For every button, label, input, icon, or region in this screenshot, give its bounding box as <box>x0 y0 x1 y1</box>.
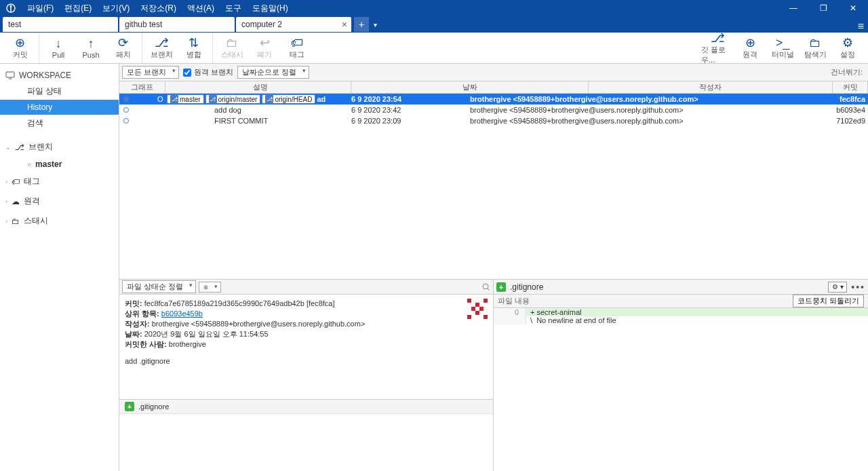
toolbar-패치-button[interactable]: ⟳패치 <box>107 33 142 63</box>
window-minimize-button[interactable]: — <box>778 0 808 16</box>
commit-detail-panel: 파일 상태순 정렬 ≡ 커밋: fec8fca7e6785189a219d365… <box>119 280 494 471</box>
commit-row[interactable]: O⎇master⎇origin/master⎇origin/HEAD ad6 9… <box>119 94 868 105</box>
toolbar-icon: 🗀 <box>226 36 238 50</box>
diff-panel: + .gitignore ⚙ ▾ ••• 파일 내용 코드뭉치 되돌리기 0+ … <box>494 280 868 471</box>
remote-branch-checkbox[interactable]: 원격 브랜치 <box>183 67 233 77</box>
commit-row[interactable]: FIRST COMMIT6 9 2020 23:09brothergive <5… <box>119 115 868 126</box>
repo-tab[interactable]: computer 2× <box>236 17 351 32</box>
toolbar-커밋-button[interactable]: ⊕커밋 <box>4 33 39 63</box>
branch-item[interactable]: master <box>0 157 119 172</box>
skip-label: 건너뛰기: <box>831 67 865 77</box>
revert-hunk-button[interactable]: 코드뭉치 되돌리기 <box>793 295 864 307</box>
toolbar-원격-button[interactable]: ⊕원격 <box>734 33 766 63</box>
tab-overflow-button[interactable]: ▾ <box>369 21 381 29</box>
branch-filter-dropdown[interactable]: 모든 브랜치 <box>122 66 179 79</box>
toolbar-터미널-button[interactable]: >_터미널 <box>766 33 799 63</box>
toolbar-icon: >_ <box>776 36 790 50</box>
toolbar-icon: ↓ <box>56 37 62 51</box>
toolbar-태그-button[interactable]: 🏷태그 <box>281 33 313 63</box>
diff-line: \ No newline at end of file <box>494 316 868 324</box>
monitor-icon <box>5 71 15 79</box>
svg-rect-11 <box>471 307 475 311</box>
menu-item[interactable]: 도움말(H) <box>247 0 294 16</box>
svg-rect-12 <box>479 307 484 311</box>
menu-item[interactable]: 액션(A) <box>182 0 220 16</box>
tab-bar: testgithub testcomputer 2× + ▾ ≡ <box>0 16 868 33</box>
file-sort-dropdown[interactable]: 파일 상태순 정렬 <box>122 280 196 293</box>
menu-item[interactable]: 도구 <box>220 0 247 16</box>
diff-settings-button[interactable]: ⚙ ▾ <box>828 282 847 293</box>
toolbar-깃 플로우...-button[interactable]: ⎇깃 플로우... <box>701 33 734 63</box>
workspace-label: WORKSPACE <box>19 71 71 80</box>
diff-line: 0+ secret-animal <box>494 308 868 316</box>
more-icon[interactable]: ••• <box>851 282 865 293</box>
filter-bar: 모든 브랜치 원격 브랜치 날짜순으로 정렬 건너뛰기: <box>119 64 868 81</box>
graph-node-icon <box>123 96 129 102</box>
sidebar-item-history[interactable]: History <box>0 100 119 115</box>
commit-grid[interactable]: O⎇master⎇origin/master⎇origin/HEAD ad6 9… <box>119 94 868 279</box>
changed-file-row[interactable]: + .gitignore <box>119 400 493 414</box>
menu-item[interactable]: 저장소(R) <box>135 0 182 16</box>
toolbar-pull-button[interactable]: ↓Pull <box>42 33 75 63</box>
repo-tab[interactable]: test <box>3 17 118 32</box>
toolbar-icon: ⊕ <box>745 36 755 50</box>
sidebar: WORKSPACE 파일 상태History검색 ⌄⎇브랜치master›🏷태그… <box>0 64 119 471</box>
toolbar-병합-button[interactable]: ⇅병합 <box>178 33 213 63</box>
toolbar-폐기-button: ↩폐기 <box>248 33 281 63</box>
svg-line-6 <box>488 288 490 290</box>
toolbar-설정-button[interactable]: ⚙설정 <box>831 33 864 63</box>
svg-rect-9 <box>484 299 488 303</box>
sidebar-group[interactable]: ›☁원격 <box>0 191 119 211</box>
close-icon[interactable]: × <box>342 19 347 30</box>
diff-header-label: 파일 내용 <box>498 296 530 306</box>
toolbar-탐색기-button[interactable]: 🗀탐색기 <box>799 33 831 63</box>
sort-dropdown[interactable]: 날짜순으로 정렬 <box>237 66 309 79</box>
menu-item[interactable]: 파일(F) <box>22 0 59 16</box>
repo-tab[interactable]: github test <box>119 17 235 32</box>
toolbar-icon: ⟳ <box>118 36 128 50</box>
commit-metadata: 커밋: fec8fca7e6785189a219d365c9990c7649ad… <box>119 295 493 371</box>
graph-node-icon <box>123 107 129 113</box>
parent-link[interactable]: b6093e459b <box>161 309 203 318</box>
group-icon: ⎇ <box>15 143 24 152</box>
added-icon: + <box>496 282 506 292</box>
branch-tag[interactable]: ⎇master <box>167 94 204 104</box>
commit-grid-header: 그래프 설명 날짜 작성자 커밋 <box>119 81 868 94</box>
title-bar: 파일(F)편집(E)보기(V)저장소(R)액션(A)도구도움말(H) — ❐ ✕ <box>0 0 868 16</box>
toolbar-icon: ⊕ <box>15 36 25 50</box>
sidebar-group[interactable]: ›🗀스태시 <box>0 211 119 231</box>
toolbar-icon: ⚙ <box>842 36 853 50</box>
search-icon[interactable] <box>482 283 490 291</box>
svg-rect-14 <box>484 315 488 319</box>
group-icon: ☁ <box>12 197 20 206</box>
window-close-button[interactable]: ✕ <box>838 0 868 16</box>
hamburger-menu-icon[interactable]: ≡ <box>858 20 864 33</box>
toolbar-icon: ↑ <box>88 37 94 51</box>
branch-tag[interactable]: ⎇origin/HEAD <box>262 94 315 104</box>
commit-row[interactable]: add dog6 9 2020 23:42brothergive <594588… <box>119 105 868 115</box>
sidebar-item-파일 상태[interactable]: 파일 상태 <box>0 83 119 100</box>
svg-rect-10 <box>475 303 479 307</box>
sidebar-group[interactable]: ›🏷태그 <box>0 172 119 191</box>
toolbar-스태시-button: 🗀스태시 <box>216 33 248 63</box>
graph-node-icon <box>123 118 129 124</box>
workspace-header: WORKSPACE <box>0 68 119 83</box>
toolbar-push-button[interactable]: ↑Push <box>75 33 107 63</box>
view-mode-dropdown[interactable]: ≡ <box>199 282 220 293</box>
toolbar-icon: ⇅ <box>189 36 199 50</box>
added-icon: + <box>125 402 134 411</box>
group-icon: 🗀 <box>12 216 20 226</box>
menu-item[interactable]: 보기(V) <box>97 0 135 16</box>
svg-point-5 <box>483 284 488 289</box>
sidebar-group[interactable]: ⌄⎇브랜치 <box>0 137 119 157</box>
menu-item[interactable]: 편집(E) <box>59 0 97 16</box>
toolbar-브랜치-button[interactable]: ⎇브랜치 <box>145 33 178 63</box>
sidebar-item-검색[interactable]: 검색 <box>0 115 119 132</box>
toolbar-icon: ↩ <box>260 36 270 50</box>
avatar <box>467 299 488 319</box>
svg-rect-3 <box>6 72 14 77</box>
toolbar-icon: 🏷 <box>291 36 303 50</box>
window-maximize-button[interactable]: ❐ <box>808 0 838 16</box>
branch-tag[interactable]: ⎇origin/master <box>205 94 261 104</box>
new-tab-button[interactable]: + <box>354 17 369 32</box>
